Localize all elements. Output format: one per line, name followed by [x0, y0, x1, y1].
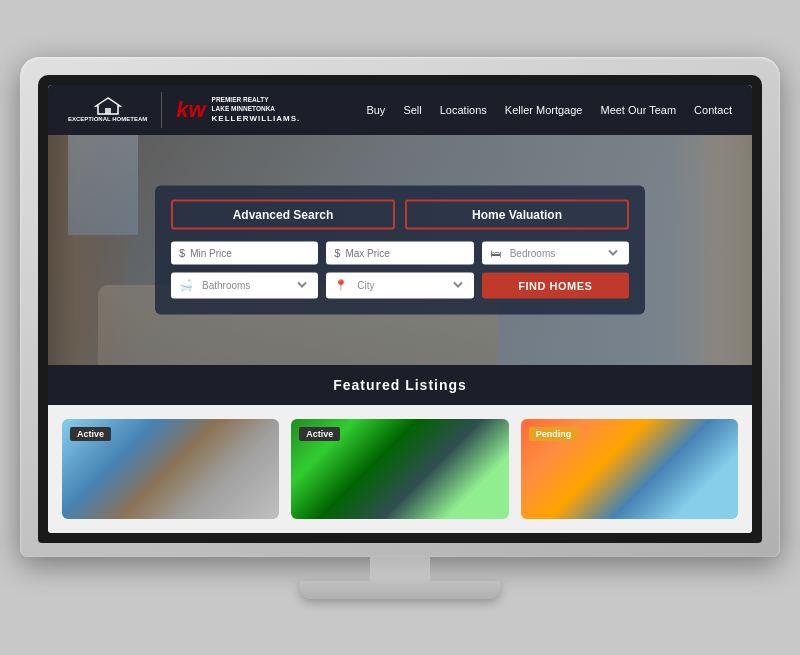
- search-tabs: Advanced Search Home Valuation: [171, 199, 629, 229]
- monitor-outer: EXCEPTIONAL HOMETEAM kw PREMIER REALTY L…: [20, 57, 780, 557]
- monitor-base: [300, 581, 500, 599]
- listing-card-3[interactable]: Pending: [521, 419, 738, 519]
- logo-area: EXCEPTIONAL HOMETEAM kw PREMIER REALTY L…: [68, 92, 300, 128]
- tab-advanced-search[interactable]: Advanced Search: [171, 199, 395, 229]
- location-icon: 📍: [334, 279, 348, 292]
- listing-badge-3: Pending: [529, 427, 579, 441]
- max-price-field[interactable]: $: [326, 241, 473, 264]
- nav-locations[interactable]: Locations: [440, 104, 487, 116]
- screen: EXCEPTIONAL HOMETEAM kw PREMIER REALTY L…: [48, 85, 752, 533]
- monitor-wrapper: EXCEPTIONAL HOMETEAM kw PREMIER REALTY L…: [20, 57, 780, 599]
- kw-subtitle1: PREMIER REALTY: [212, 95, 301, 104]
- nav-contact[interactable]: Contact: [694, 104, 732, 116]
- min-price-input[interactable]: [190, 247, 310, 258]
- nav-meet-team[interactable]: Meet Our Team: [600, 104, 676, 116]
- logo-exceptional-text: EXCEPTIONAL HOMETEAM: [68, 116, 147, 123]
- kw-brand: KELLERWILLIAMS.: [212, 113, 301, 124]
- tab-home-valuation[interactable]: Home Valuation: [405, 199, 629, 229]
- kw-right-text: PREMIER REALTY LAKE MINNETONKA KELLERWIL…: [212, 95, 301, 124]
- logo-divider: [161, 92, 162, 128]
- bath-icon: 🛁: [179, 279, 193, 292]
- hero-section: Advanced Search Home Valuation $ $: [48, 135, 752, 365]
- listing-card-2[interactable]: Active: [291, 419, 508, 519]
- kw-letters: kw: [176, 99, 205, 121]
- nav-sell[interactable]: Sell: [403, 104, 421, 116]
- kw-logo: kw PREMIER REALTY LAKE MINNETONKA KELLER…: [176, 95, 300, 124]
- bathrooms-field[interactable]: 🛁 Bathrooms 1+ 2+ 3+ 4+: [171, 272, 318, 298]
- featured-title: Featured Listings: [333, 377, 467, 393]
- svg-rect-1: [105, 108, 111, 114]
- house-icon: [94, 96, 122, 116]
- search-fields-row2: 🛁 Bathrooms 1+ 2+ 3+ 4+ 📍: [171, 272, 629, 298]
- search-box: Advanced Search Home Valuation $ $: [155, 185, 645, 314]
- listing-card-1[interactable]: Active: [62, 419, 279, 519]
- navbar: EXCEPTIONAL HOMETEAM kw PREMIER REALTY L…: [48, 85, 752, 135]
- bedrooms-select[interactable]: Bedrooms 1+ 2+ 3+ 4+ 5+: [506, 246, 621, 259]
- nav-keller-mortgage[interactable]: Keller Mortgage: [505, 104, 583, 116]
- nav-buy[interactable]: Buy: [366, 104, 385, 116]
- main-nav: Buy Sell Locations Keller Mortgage Meet …: [366, 104, 732, 116]
- bed-icon: 🛏: [490, 247, 501, 259]
- screen-bezel: EXCEPTIONAL HOMETEAM kw PREMIER REALTY L…: [38, 75, 762, 543]
- city-select[interactable]: City Minnetonka Wayzata Deephaven: [353, 279, 465, 292]
- featured-bar: Featured Listings: [48, 365, 752, 405]
- monitor-neck: [370, 557, 430, 581]
- city-field[interactable]: 📍 City Minnetonka Wayzata Deephaven: [326, 272, 473, 298]
- bathrooms-select[interactable]: Bathrooms 1+ 2+ 3+ 4+: [198, 279, 310, 292]
- kw-subtitle2: LAKE MINNETONKA: [212, 104, 301, 113]
- bedrooms-field[interactable]: 🛏 Bedrooms 1+ 2+ 3+ 4+ 5+: [482, 241, 629, 264]
- dollar-icon-max: $: [334, 247, 340, 259]
- listing-badge-2: Active: [299, 427, 340, 441]
- listings-row: Active Active Pending: [48, 405, 752, 533]
- listing-badge-1: Active: [70, 427, 111, 441]
- max-price-input[interactable]: [345, 247, 465, 258]
- dollar-icon-min: $: [179, 247, 185, 259]
- min-price-field[interactable]: $: [171, 241, 318, 264]
- exceptional-logo: EXCEPTIONAL HOMETEAM: [68, 96, 147, 123]
- find-homes-button[interactable]: FIND HOMES: [482, 272, 629, 298]
- search-fields-row1: $ $ 🛏 Bedrooms 1+: [171, 241, 629, 264]
